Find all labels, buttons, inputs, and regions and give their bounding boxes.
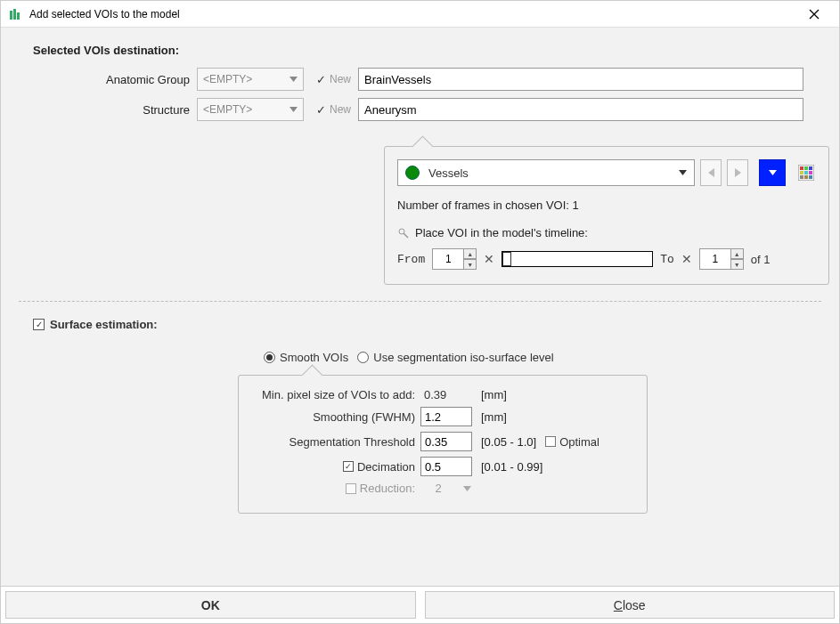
radio-label: Smooth VOIs [280,351,348,364]
decimation-range: [0.01 - 0.99] [481,460,542,474]
svg-marker-10 [769,170,777,175]
timeline-label: Place VOI in the model's timeline: [415,226,588,239]
optimal-label: Optimal [559,435,599,449]
from-spinner[interactable]: ▲ ▼ [432,248,477,270]
anatomic-group-label: Anatomic Group [19,73,197,86]
svg-rect-13 [804,166,808,170]
svg-rect-19 [804,175,808,179]
svg-marker-8 [708,168,714,177]
checkbox-icon: ✓ [316,103,326,117]
from-label: From [397,253,425,266]
seg-threshold-input[interactable] [420,432,472,451]
to-input[interactable] [699,248,731,270]
dialog-footer: OK Close [1,586,839,623]
ok-label: OK [201,598,220,612]
svg-rect-20 [809,175,812,179]
new-label: New [330,73,351,85]
smoothing-input[interactable] [420,407,472,426]
svg-marker-6 [290,107,298,112]
svg-rect-16 [804,171,808,174]
voi-dropdown[interactable]: Vessels [397,159,695,186]
reduction-value: 2 [420,482,456,495]
structure-row: Structure <EMPTY> ✓ New [19,98,821,121]
voi-next-button[interactable] [727,159,748,186]
reduction-row: Reduction: 2 [251,482,634,495]
structure-input[interactable] [358,98,803,121]
radio-iso-surface[interactable]: Use segmentation iso-surface level [357,351,553,364]
seg-threshold-row: Segmentation Threshold [0.05 - 1.0] Opti… [251,432,634,451]
unit-mm: [mm] [481,388,507,401]
anatomic-group-input[interactable] [358,68,803,91]
svg-rect-0 [10,11,12,20]
chevron-down-icon [290,77,298,82]
clear-to-icon[interactable]: ✕ [681,252,692,266]
svg-rect-1 [13,9,16,20]
destination-heading: Selected VOIs destination: [33,44,821,57]
titlebar: Add selected VOIs to the model [1,1,839,28]
chevron-down-icon [290,107,298,112]
svg-rect-15 [800,171,803,174]
checkbox-icon [346,483,356,494]
dropdown-placeholder: <EMPTY> [203,103,252,116]
structure-new-checkbox[interactable]: ✓ New [316,103,351,117]
close-button[interactable]: Close [425,591,836,619]
min-pixel-label: Min. pixel size of VOIs to add: [251,388,420,401]
pin-icon [397,227,410,239]
unit-mm: [mm] [481,410,507,424]
voi-panel: Vessels [384,146,829,285]
radio-label: Use segmentation iso-surface level [373,351,553,364]
anatomic-group-new-checkbox[interactable]: ✓ New [316,73,351,86]
min-pixel-value: 0.39 [420,388,472,401]
ok-button[interactable]: OK [5,591,416,619]
voi-color-picker-button[interactable] [759,159,786,186]
optimal-checkbox[interactable]: Optimal [545,435,599,449]
timeline-slider[interactable] [502,251,653,267]
decimation-row: ✓ Decimation [0.01 - 0.99] [251,457,634,476]
decimation-checkbox[interactable]: ✓ Decimation [251,460,420,474]
surface-checkbox[interactable]: ✓ Surface estimation: [33,318,821,331]
svg-rect-14 [809,166,812,170]
voi-prev-button[interactable] [700,159,722,186]
chevron-down-icon[interactable] [463,486,471,491]
spinner-down-button[interactable]: ▼ [731,259,744,270]
checkbox-icon: ✓ [343,461,354,472]
checkbox-icon: ✓ [316,73,326,86]
seg-threshold-label: Segmentation Threshold [251,435,420,449]
decimation-label: Decimation [357,460,415,474]
svg-rect-17 [809,171,812,174]
to-label: To [660,253,674,266]
surface-heading: Surface estimation: [50,318,158,331]
to-spinner[interactable]: ▲ ▼ [699,248,744,270]
radio-smooth-vois[interactable]: Smooth VOIs [264,351,348,364]
timeline-label-row: Place VOI in the model's timeline: [397,226,816,239]
spinner-down-button[interactable]: ▼ [464,259,477,270]
radio-icon [357,352,369,363]
slider-handle-icon [502,252,511,266]
clear-from-icon[interactable]: ✕ [484,252,494,266]
svg-marker-7 [679,170,687,175]
voi-grid-button[interactable] [796,163,816,182]
divider [19,301,821,302]
from-input[interactable] [432,248,464,270]
smoothing-label: Smoothing (FWHM) [251,410,420,424]
spinner-up-button[interactable]: ▲ [731,248,744,259]
anatomic-group-row: Anatomic Group <EMPTY> ✓ New [19,68,821,91]
surface-params-panel: Min. pixel size of VOIs to add: 0.39 [mm… [238,375,648,514]
smoothing-row: Smoothing (FWHM) [mm] [251,407,634,426]
chevron-down-icon [679,170,687,175]
reduction-checkbox[interactable]: Reduction: [251,482,420,495]
spinner-up-button[interactable]: ▲ [464,248,477,259]
structure-label: Structure [19,103,197,117]
window-close-button[interactable] [796,2,832,27]
anatomic-group-dropdown[interactable]: <EMPTY> [197,68,304,91]
surface-mode-radios: Smooth VOIs Use segmentation iso-surface… [264,351,821,364]
frames-count-text: Number of frames in chosen VOI: 1 [397,199,816,212]
decimation-input[interactable] [420,457,472,476]
svg-rect-2 [17,12,20,20]
checkbox-icon [545,436,556,447]
app-icon [8,7,22,21]
structure-dropdown[interactable]: <EMPTY> [197,98,304,121]
timeline-row: From ▲ ▼ ✕ To ✕ ▲ [397,248,816,270]
checkbox-icon: ✓ [33,319,45,330]
svg-rect-12 [800,166,803,170]
